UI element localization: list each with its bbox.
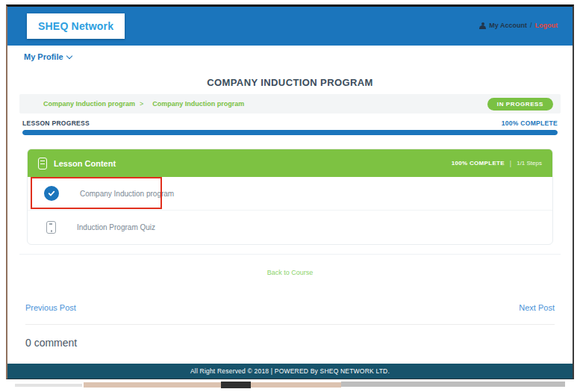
desktop-fragment <box>15 384 82 387</box>
secondary-nav: My Profile <box>7 46 573 68</box>
desktop-fragment <box>341 382 565 387</box>
my-profile-label: My Profile <box>24 52 63 61</box>
card-complete-label: 100% COMPLETE <box>452 160 505 167</box>
previous-post-link[interactable]: Previous Post <box>25 303 76 312</box>
document-icon <box>38 158 47 169</box>
lesson-progress-percent: 100% COMPLETE <box>502 119 558 127</box>
lesson-progress-label: LESSON PROGRESS <box>22 119 90 127</box>
logo-text: SHEQ Network <box>38 20 113 32</box>
post-navigation: Previous Post Next Post <box>25 303 555 312</box>
breadcrumb: Company Induction program > Company Indu… <box>43 100 244 108</box>
lesson-content-header: Lesson Content 100% COMPLETE | 1/1 Steps <box>28 149 552 177</box>
lesson-item-label: Company Induction program <box>80 190 174 198</box>
back-to-course-link[interactable]: Back to Course <box>267 269 314 276</box>
lesson-content-meta: 100% COMPLETE | 1/1 Steps <box>452 160 542 167</box>
footer-text: All Right Reserved © 2018 | POWERED By S… <box>190 367 390 375</box>
desktop-fragment <box>221 382 251 388</box>
user-icon <box>479 22 486 29</box>
back-link-wrap: Back to Course <box>7 264 573 278</box>
progress-bar-track <box>22 130 558 135</box>
lesson-content-card: Lesson Content 100% COMPLETE | 1/1 Steps… <box>27 149 553 245</box>
chevron-down-icon <box>66 52 72 58</box>
breadcrumb-separator: > <box>140 100 143 108</box>
footer-bar: All Right Reserved © 2018 | POWERED By S… <box>7 364 573 379</box>
lesson-item-company-induction[interactable]: Company Induction program <box>28 177 552 211</box>
screenshot-root: SHEQ Network My Account / Logout My Prof… <box>0 0 580 392</box>
card-meta-divider: | <box>510 160 511 167</box>
next-post-link[interactable]: Next Post <box>519 303 555 312</box>
lesson-item-label: Induction Program Quiz <box>77 223 155 231</box>
browser-window: SHEQ Network My Account / Logout My Prof… <box>6 4 574 379</box>
lesson-content-title: Lesson Content <box>54 159 116 168</box>
page-title: COMPANY INDUCTION PROGRAM <box>7 77 573 88</box>
check-complete-icon <box>44 186 59 201</box>
comment-count: 0 comment <box>25 337 573 349</box>
top-header-bar: SHEQ Network My Account / Logout <box>7 7 573 46</box>
progress-bar-fill <box>22 130 558 135</box>
logo[interactable]: SHEQ Network <box>27 13 125 39</box>
section-divider <box>19 254 561 255</box>
lesson-item-quiz[interactable]: Induction Program Quiz <box>28 211 552 244</box>
breadcrumb-course-link[interactable]: Company Induction program <box>43 100 135 108</box>
lesson-progress-row: LESSON PROGRESS 100% COMPLETE <box>22 119 558 127</box>
account-separator: / <box>530 22 532 29</box>
breadcrumb-lesson-link[interactable]: Company Induction program <box>152 100 244 108</box>
breadcrumb-strip: Company Induction program > Company Indu… <box>19 94 561 113</box>
logout-link[interactable]: Logout <box>535 22 558 29</box>
desktop-fragment <box>84 382 341 388</box>
quiz-icon <box>46 221 56 234</box>
my-account-link[interactable]: My Account <box>489 22 527 29</box>
comment-divider <box>25 324 555 325</box>
account-menu: My Account / Logout <box>479 22 558 29</box>
my-profile-dropdown[interactable]: My Profile <box>24 52 72 61</box>
status-badge: IN PROGRESS <box>487 98 553 111</box>
card-steps-label: 1/1 Steps <box>517 160 542 167</box>
